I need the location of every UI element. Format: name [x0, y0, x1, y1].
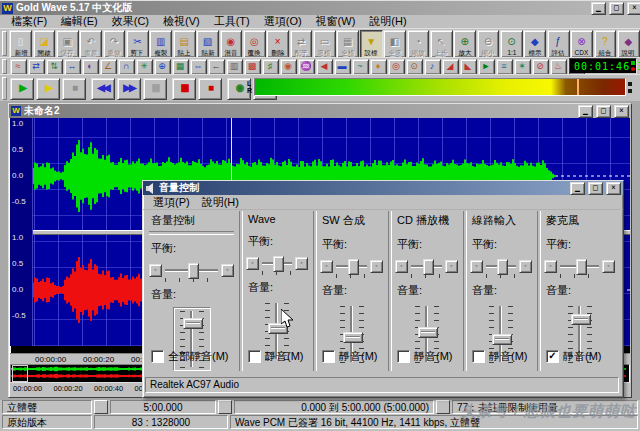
balance-track[interactable]	[411, 265, 442, 268]
dialog-menu-item-0[interactable]: 選項(P)	[147, 195, 196, 210]
pause-record-button[interactable]: ▮▮	[172, 78, 196, 100]
mute-checkbox[interactable]	[151, 350, 164, 363]
speaker-left-icon[interactable]: ◦	[149, 264, 162, 277]
status-button[interactable]	[218, 400, 232, 414]
paste-new-button[interactable]: ▧貼新	[196, 30, 219, 58]
menu-item-2[interactable]: 效果(C)	[105, 14, 156, 29]
menu-item-0[interactable]: 檔案(F)	[4, 14, 54, 29]
play-button[interactable]: ▶	[10, 78, 34, 100]
playback-rate-button[interactable]: ⊘	[532, 59, 549, 75]
main-titlebar[interactable]: W Gold Wave 5.17 中文化版 ▁ □ ×	[0, 1, 640, 15]
speaker-left-icon[interactable]: ◦	[395, 260, 408, 273]
mute-checkbox[interactable]	[472, 350, 485, 363]
close-button[interactable]: ×	[627, 2, 640, 15]
maximize-button[interactable]: □	[609, 2, 624, 15]
minimize-button[interactable]: ▁	[591, 2, 606, 15]
zoom-in-button[interactable]: ⊕放大	[453, 30, 476, 58]
stereo-button[interactable]: ◎	[388, 59, 405, 75]
volume-thumb[interactable]	[492, 334, 512, 345]
mix-button[interactable]: ◉混音	[220, 30, 243, 58]
pitch-button[interactable]: ♯	[262, 59, 279, 75]
speaker-right-icon[interactable]: ◦	[602, 260, 615, 273]
balance-slider[interactable]: ◦◦	[240, 249, 314, 280]
toolbar-grip[interactable]	[2, 77, 7, 101]
menu-item-1[interactable]: 編輯(E)	[54, 14, 105, 29]
pan-button[interactable]: ◐	[82, 59, 99, 75]
cut-button[interactable]: ✂剪下	[126, 30, 149, 58]
balance-slider[interactable]: ◦◦	[389, 252, 464, 283]
balance-thumb[interactable]	[423, 259, 434, 275]
cue-point-button[interactable]: ◆標示	[523, 30, 546, 58]
sound-minimize-button[interactable]: ▁	[578, 105, 593, 118]
volume-button[interactable]: ♪	[424, 59, 441, 75]
balance-slider[interactable]: ◦◦	[314, 252, 389, 283]
pitch-scale-button[interactable]: ♨	[550, 59, 567, 75]
sound-close-button[interactable]: ×	[614, 105, 629, 118]
silence-button[interactable]: ▬	[334, 59, 351, 75]
offset-button[interactable]: ↔	[64, 59, 81, 75]
volume-thumb[interactable]	[571, 314, 591, 325]
balance-thumb[interactable]	[576, 259, 587, 275]
noise-reduction-button[interactable]: ▩	[244, 59, 261, 75]
mute-checkbox[interactable]	[322, 350, 335, 363]
mute-checkbox[interactable]	[397, 350, 410, 363]
reverse-button[interactable]: ◀	[316, 59, 333, 75]
speaker-left-icon[interactable]: ◦	[544, 260, 557, 273]
cdx-button[interactable]: ⊗CDX	[570, 30, 593, 58]
help-button[interactable]: ◆說明	[617, 30, 640, 58]
mechanize-button[interactable]: ⊕	[154, 59, 171, 75]
menu-item-5[interactable]: 選項(O)	[257, 14, 309, 29]
echo-button[interactable]: ←	[208, 59, 225, 75]
balance-track[interactable]	[486, 265, 516, 268]
compressor-button[interactable]: ⇔	[190, 59, 207, 75]
dialog-close-button[interactable]: ×	[606, 182, 621, 195]
preset-button[interactable]: ?組合	[594, 30, 617, 58]
menu-item-6[interactable]: 視窗(W)	[309, 14, 363, 29]
speaker-left-icon[interactable]: ◦	[320, 260, 333, 273]
delete-button[interactable]: ×刪除	[266, 30, 289, 58]
maximize-volume-button[interactable]: ≡	[496, 59, 513, 75]
mute-checkbox[interactable]	[248, 350, 261, 363]
expression-evaluator-button[interactable]: ƒ評估	[547, 30, 570, 58]
balance-track[interactable]	[336, 265, 367, 268]
toolbar-grip[interactable]	[2, 59, 7, 75]
spectrum-button[interactable]: ♦	[370, 59, 387, 75]
status-button[interactable]	[94, 400, 108, 414]
speaker-left-icon[interactable]: ◦	[470, 260, 483, 273]
balance-slider[interactable]: ◦◦	[538, 252, 621, 283]
ramp-button[interactable]: ∠	[100, 59, 117, 75]
time-button[interactable]: ⊙	[406, 59, 423, 75]
menu-item-3[interactable]: 檢視(V)	[156, 14, 207, 29]
fast-forward-button[interactable]: ▶▶	[117, 78, 141, 100]
balance-thumb[interactable]	[188, 263, 199, 279]
speaker-right-icon[interactable]: ◦	[221, 264, 234, 277]
menu-item-4[interactable]: 工具(T)	[207, 14, 257, 29]
dialog-maximize-button[interactable]: □	[588, 182, 603, 195]
set-marker-button[interactable]: ▼設標	[360, 30, 383, 58]
dialog-menu-item-1[interactable]: 說明(H)	[196, 195, 245, 210]
rewind-button[interactable]: ◀◀	[91, 78, 115, 100]
menu-item-7[interactable]: 說明(H)	[362, 14, 413, 29]
resample-button[interactable]: ◉	[280, 59, 297, 75]
dialog-minimize-button[interactable]: ▁	[570, 182, 585, 195]
volume-thumb[interactable]	[183, 318, 203, 329]
dialog-titlebar[interactable]: 音量控制 ▁ □ ×	[143, 181, 623, 195]
balance-thumb[interactable]	[497, 259, 508, 275]
fade-in-button[interactable]: ◢	[442, 59, 459, 75]
play-selection-button[interactable]: ▶	[36, 78, 60, 100]
speaker-right-icon[interactable]: ◦	[445, 260, 458, 273]
balance-track[interactable]	[262, 262, 292, 265]
sound-maximize-button[interactable]: □	[596, 105, 611, 118]
zoom-1to1-button[interactable]: ⊙1:1	[500, 30, 523, 58]
match-volume-button[interactable]: ►	[478, 59, 495, 75]
balance-slider[interactable]: ◦◦	[143, 256, 240, 287]
balance-slider[interactable]: ◦◦	[464, 252, 538, 283]
sound-window-titlebar[interactable]: W 未命名2 ▁ □ ×	[9, 104, 631, 118]
interpolate-button[interactable]: ▦	[172, 59, 189, 75]
replace-button[interactable]: ◎覆換	[243, 30, 266, 58]
status-button[interactable]	[436, 400, 450, 414]
doppler-button[interactable]: ∩	[118, 59, 135, 75]
toolbar-grip[interactable]	[2, 31, 7, 56]
shape-volume-button[interactable]: ✶	[514, 59, 531, 75]
balance-thumb[interactable]	[348, 259, 359, 275]
